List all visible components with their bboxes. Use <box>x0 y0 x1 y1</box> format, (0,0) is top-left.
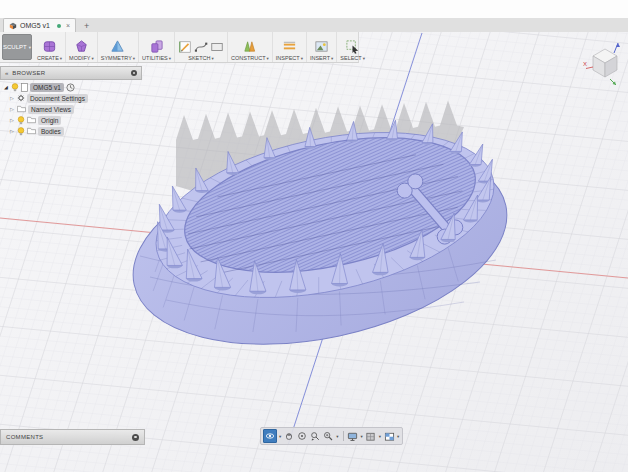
tree-item-label[interactable]: Named Views <box>28 105 74 114</box>
viewports-button[interactable] <box>383 430 395 442</box>
browser-filter-icon[interactable] <box>131 70 137 76</box>
root-component-label[interactable]: OMG5 v1 <box>30 83 64 92</box>
navigation-bar: ▾ <box>260 427 403 445</box>
toolbar-group-construct[interactable]: CONSTRUCT▾ <box>227 32 272 62</box>
chevron-down-icon[interactable]: ▾ <box>361 434 363 439</box>
disclosure-icon[interactable]: ▷ <box>10 128 15 134</box>
toolbar-group-select[interactable]: SELECT▾ <box>336 32 368 62</box>
chevron-down-icon[interactable]: ▾ <box>336 434 338 439</box>
sketch-spline-icon[interactable] <box>194 40 208 54</box>
toolbar-group-utilities[interactable]: UTILITIES▾ <box>138 32 174 62</box>
toolbar-group-inspect[interactable]: INSPECT▾ <box>272 32 306 62</box>
chevron-down-icon: ▾ <box>133 56 135 61</box>
document-tabstrip: OMG5 v1 × + <box>0 18 628 33</box>
sketch-rectangle-icon[interactable] <box>210 40 224 54</box>
chevron-down-icon: ▾ <box>267 56 269 61</box>
toolbar-group-sketch[interactable]: SKETCH▾ <box>174 32 227 62</box>
zoom-window-button[interactable] <box>309 430 321 442</box>
visibility-bulb-icon[interactable] <box>17 127 25 136</box>
symmetry-label: SYMMETRY <box>101 55 132 61</box>
look-at-button[interactable] <box>296 430 308 442</box>
chevron-down-icon[interactable]: ▾ <box>279 434 281 439</box>
toolbar-group-insert[interactable]: INSERT▾ <box>306 32 336 62</box>
toolbar-group-create[interactable]: CREATE▾ <box>34 32 65 62</box>
tree-row-origin[interactable]: ▷ Origin <box>10 115 142 125</box>
chevron-down-icon: ▾ <box>301 56 303 61</box>
symmetry-cone-icon[interactable] <box>110 39 125 54</box>
visibility-bulb-icon[interactable] <box>17 116 25 125</box>
comment-icon[interactable] <box>132 434 139 441</box>
document-icon <box>21 83 28 92</box>
viewport-canvas[interactable]: SCULPT ▾ CREATE▾ <box>0 32 628 472</box>
modify-gem-icon[interactable] <box>74 39 89 54</box>
comments-label: COMMENTS <box>6 434 128 440</box>
construct-planes-icon[interactable] <box>242 39 257 54</box>
insert-image-icon[interactable] <box>314 39 329 54</box>
zoom-button[interactable] <box>322 430 334 442</box>
tree-item-label[interactable]: Origin <box>38 116 61 125</box>
browser-header: « BROWSER <box>0 66 142 80</box>
tab-title: OMG5 v1 <box>20 22 50 29</box>
comments-bar[interactable]: COMMENTS <box>0 429 145 445</box>
chevron-down-icon: ▾ <box>212 56 214 61</box>
tree-row-document-settings[interactable]: ▷ Document Settings <box>10 93 142 103</box>
disclosure-icon[interactable]: ▷ <box>10 106 15 112</box>
sketch-pencil-icon[interactable] <box>178 40 192 54</box>
select-label: SELECT <box>340 55 361 61</box>
create-box-icon[interactable] <box>42 39 57 54</box>
visibility-bulb-icon[interactable] <box>11 83 19 92</box>
chevron-down-icon: ▾ <box>331 56 333 61</box>
modify-label: MODIFY <box>69 55 90 61</box>
zoom-magnifier-icon <box>323 431 333 441</box>
chevron-down-icon: ▾ <box>363 56 365 61</box>
document-tab[interactable]: OMG5 v1 × <box>3 18 76 32</box>
sculpt-mode-label: SCULPT <box>3 44 27 50</box>
display-monitor-icon <box>347 431 358 442</box>
disclosure-icon[interactable]: ▷ <box>10 95 15 101</box>
chevron-down-icon: ▾ <box>60 56 62 61</box>
history-clock-icon[interactable] <box>66 83 75 92</box>
select-cursor-icon[interactable] <box>345 39 360 54</box>
z-arrowhead <box>616 43 620 47</box>
create-label: CREATE <box>37 55 59 61</box>
utilities-label: UTILITIES <box>142 55 168 61</box>
main-toolbar: SCULPT ▾ CREATE▾ <box>0 32 359 63</box>
orbit-active-icon <box>265 431 275 441</box>
tree-row-named-views[interactable]: ▷ Named Views <box>10 104 142 114</box>
utilities-icon[interactable] <box>149 39 164 54</box>
display-settings-button[interactable] <box>347 430 359 442</box>
browser-tree: ◢ OMG5 v1 ▷ <box>0 80 142 136</box>
tree-item-label[interactable]: Document Settings <box>27 94 88 103</box>
new-tab-button[interactable]: + <box>84 21 89 31</box>
inspect-label: INSPECT <box>276 55 300 61</box>
fusion-window: OMG5 v1 × + <box>0 0 628 472</box>
expand-icon[interactable]: ◢ <box>4 84 9 90</box>
chevron-down-icon: ▾ <box>92 56 94 61</box>
chevron-down-icon[interactable]: ▾ <box>379 434 381 439</box>
toolbar-group-symmetry[interactable]: SYMMETRY▾ <box>97 32 138 62</box>
close-tab-icon[interactable]: × <box>66 22 70 29</box>
pan-hand-icon <box>284 431 294 441</box>
disclosure-icon[interactable]: ▷ <box>10 117 15 123</box>
zoom-window-icon <box>310 431 320 441</box>
construct-label: CONSTRUCT <box>231 55 266 61</box>
tree-row-root[interactable]: ◢ OMG5 v1 <box>4 82 142 92</box>
collapse-panel-icon[interactable]: « <box>5 70 8 76</box>
saved-indicator <box>57 24 61 28</box>
x-axis-label: X <box>583 61 587 67</box>
orbit-tool-button[interactable] <box>263 429 277 443</box>
sketch-label: SKETCH <box>188 55 210 61</box>
toolbar-group-modify[interactable]: MODIFY▾ <box>65 32 97 62</box>
grid-snaps-button[interactable] <box>365 430 377 442</box>
inspect-measure-icon[interactable] <box>282 39 297 54</box>
chevron-down-icon: ▾ <box>29 45 31 50</box>
chevron-down-icon[interactable]: ▾ <box>397 434 399 439</box>
grid-icon <box>365 431 376 442</box>
viewcube[interactable]: X <box>583 40 625 88</box>
fusion-logo-icon <box>9 22 17 30</box>
pan-tool-button[interactable] <box>283 430 295 442</box>
navbar-separator <box>343 431 344 441</box>
tree-item-label[interactable]: Bodies <box>38 127 64 136</box>
tree-row-bodies[interactable]: ▷ Bodies <box>10 126 142 136</box>
sculpt-mode-button[interactable]: SCULPT ▾ <box>2 34 32 60</box>
